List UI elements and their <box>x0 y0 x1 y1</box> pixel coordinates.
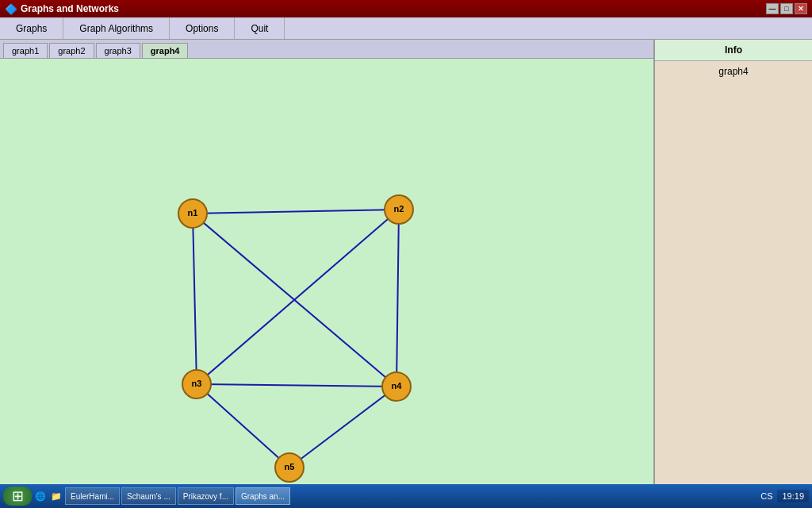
system-time: 19:19 <box>777 490 809 502</box>
right-panel-header: Info <box>655 40 812 61</box>
edge-n2-n3 <box>197 210 399 384</box>
graph-canvas[interactable]: n1n2n3n4n5 <box>0 59 653 492</box>
menu-bar: GraphsGraph AlgorithmsOptionsQuit <box>0 17 812 40</box>
edge-n3-n4 <box>197 384 396 387</box>
taskbar-folder-icon[interactable]: 📁 <box>49 491 63 502</box>
edge-n2-n4 <box>396 210 399 387</box>
svg-text:n5: n5 <box>285 462 295 471</box>
graph-svg: n1n2n3n4n5 <box>0 59 650 487</box>
title-bar: 🔷 Graphs and Networks — □ ✕ <box>0 0 812 17</box>
taskbar: ⊞ 🌐 📁 EulerHami...Schaum's ...Prikazovy … <box>0 484 812 508</box>
menu-item-quit[interactable]: Quit <box>235 17 285 39</box>
edge-n4-n5 <box>289 387 396 468</box>
node-n1[interactable]: n1 <box>178 199 207 228</box>
right-panel-content: graph4 <box>655 61 812 82</box>
edge-n1-n2 <box>193 210 399 214</box>
node-n2[interactable]: n2 <box>385 195 413 224</box>
node-n3[interactable]: n3 <box>182 370 211 398</box>
menu-item-graphs[interactable]: Graphs <box>0 17 63 39</box>
tab-graph4[interactable]: graph4 <box>142 43 189 58</box>
taskbar-ie-icon[interactable]: 🌐 <box>33 491 48 502</box>
svg-text:n2: n2 <box>394 204 404 214</box>
lang-indicator: CS <box>759 491 774 501</box>
svg-text:n1: n1 <box>188 208 198 217</box>
edge-n1-n3 <box>193 214 197 384</box>
close-button[interactable]: ✕ <box>795 3 807 14</box>
taskbar-btn-schaums[interactable]: Schaum's ... <box>121 487 176 505</box>
taskbar-btn-eulerhami[interactable]: EulerHami... <box>65 487 120 505</box>
app-title: Graphs and Networks <box>21 3 119 14</box>
taskbar-btn-prikazovyf[interactable]: Prikazovy f... <box>178 487 234 505</box>
maximize-button[interactable]: □ <box>780 3 793 14</box>
graph-panel: graph1graph2graph3graph4 n1n2n3n4n5 <box>0 40 653 492</box>
main-layout: graph1graph2graph3graph4 n1n2n3n4n5 Info… <box>0 40 812 492</box>
right-panel: Info graph4 <box>653 40 812 492</box>
taskbar-btn-graphsan[interactable]: Graphs an... <box>236 487 290 505</box>
menu-item-options[interactable]: Options <box>170 17 235 39</box>
start-button[interactable]: ⊞ <box>3 487 32 506</box>
edge-n3-n5 <box>197 384 289 468</box>
tab-bar: graph1graph2graph3graph4 <box>0 40 653 59</box>
svg-text:n3: n3 <box>192 379 202 388</box>
title-bar-left: 🔷 Graphs and Networks <box>5 3 119 15</box>
title-bar-controls: — □ ✕ <box>766 3 807 14</box>
node-n4[interactable]: n4 <box>382 372 411 401</box>
svg-text:n4: n4 <box>392 381 403 391</box>
tab-graph1[interactable]: graph1 <box>3 43 48 58</box>
tab-graph2[interactable]: graph2 <box>49 43 94 58</box>
tab-graph3[interactable]: graph3 <box>96 43 140 58</box>
menu-item-graph-algorithms[interactable]: Graph Algorithms <box>63 17 170 39</box>
app-icon: 🔷 <box>5 3 17 15</box>
node-n5[interactable]: n5 <box>275 453 304 482</box>
taskbar-right: CS19:19 <box>759 490 809 502</box>
minimize-button[interactable]: — <box>766 3 779 14</box>
